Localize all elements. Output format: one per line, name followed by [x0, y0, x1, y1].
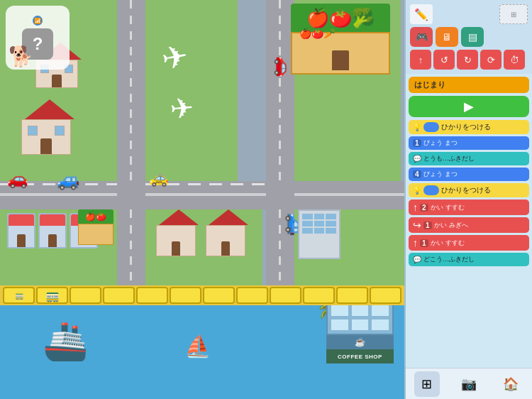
road-line-center-h	[0, 193, 404, 196]
corner-panel: 📶 ? 🐕	[6, 6, 70, 70]
speech-icon-1: 💬	[413, 155, 421, 163]
grid-tool[interactable]: ⊞	[499, 4, 528, 24]
speech-icon-2: 💬	[413, 256, 421, 263]
code-blocks-area: はじまり ▶ 💡 ひかりをつける 1 びょう まつ 💬 とうも…ふきだし	[406, 74, 532, 368]
fruit-stand-left: 🍎🍅	[78, 209, 113, 245]
play-button[interactable]: ▶	[409, 96, 529, 117]
block-wait-1[interactable]: 1 びょう まつ	[409, 136, 529, 150]
light-icon-2: 💡	[413, 187, 421, 195]
block-move-1[interactable]: ↑ 2 かい すすむ	[409, 200, 529, 215]
block-turn-right[interactable]: ↪ 1 かい みぎへ	[409, 217, 529, 233]
light-icon-1: 💡	[413, 124, 421, 131]
block-light-1[interactable]: 💡 ひかりをつける	[409, 120, 529, 134]
wifi-indicator: 📶	[33, 16, 43, 26]
sidebar-top: ✏️ ⊞ 🎮 🖥 ▤ ↑ ↺ ↻ ⟳ ⏱	[406, 0, 532, 74]
turn-right-icon: ↪	[413, 219, 421, 231]
camera-nav-button[interactable]: 📷	[456, 371, 482, 397]
road-dash-v1	[130, 0, 132, 181]
block-light-2[interactable]: 💡 ひかりをつける	[409, 183, 529, 197]
car-2: 🚙	[57, 169, 79, 191]
ship: 🚢	[43, 319, 89, 363]
grid-nav-button[interactable]: ⊞	[414, 371, 440, 397]
timer-button[interactable]: ⏱	[504, 50, 525, 70]
car-1: 🚗	[7, 169, 28, 189]
rotate-left-button[interactable]: ↺	[433, 50, 455, 70]
layers-button[interactable]: ▤	[461, 27, 484, 47]
house-2	[21, 99, 74, 155]
sidebar: ✏️ ⊞ 🎮 🖥 ▤ ↑ ↺ ↻ ⟳ ⏱ はじまり	[404, 0, 532, 399]
block-start: はじまり	[409, 77, 529, 93]
train-track: 🚃 🚃	[0, 285, 404, 305]
dog-character: 🐕	[9, 45, 33, 68]
toolbar-row-1: ✏️ ⊞	[410, 4, 528, 24]
home-nav-button[interactable]: 🏠	[498, 371, 523, 397]
icon-row: ↑ ↺ ↻ ⟳ ⏱	[410, 50, 528, 70]
block-move-2[interactable]: ↑ 1 かい すすむ	[409, 235, 529, 251]
car-3: 🚕	[149, 169, 168, 187]
arrow-up-button[interactable]: ↑	[410, 50, 431, 70]
refresh-button[interactable]: ⟳	[480, 50, 501, 70]
coffee-shop-label: COFFEE SHOP	[326, 349, 394, 364]
car-4: 🚗	[274, 56, 294, 77]
grass-top-mid	[145, 0, 238, 181]
block-wait-2[interactable]: 4 びょう まつ	[409, 168, 529, 181]
building-br	[298, 209, 340, 259]
house-4	[206, 209, 248, 256]
coffee-shop-building: ☕ COFFEE SHOP	[326, 300, 394, 364]
plane-2: ✈	[169, 92, 196, 126]
sailboat: ⛵	[184, 334, 211, 359]
block-speech-1[interactable]: 💬 とうも…ふきだし	[409, 152, 529, 165]
house-3	[156, 209, 199, 256]
arrow-up-icon-2: ↑	[413, 237, 418, 248]
arrow-up-icon-1: ↑	[413, 202, 418, 213]
fruit-shop: 🍎🍅🥦 🍎🍅🥕	[291, 4, 390, 75]
game-area: 🍎🍅🥦 🍎🍅🥕 ✈ ✈ 🚗 🚙 🚕 🚗 🚙	[0, 0, 404, 399]
gamepad-button[interactable]: 🎮	[410, 27, 433, 47]
toolbar-row-2: 🎮 🖥 ▤	[410, 27, 528, 47]
road-dash-v2	[279, 0, 281, 181]
monitor-button[interactable]: 🖥	[436, 27, 458, 47]
pencil-tool[interactable]: ✏️	[410, 4, 433, 24]
rotate-right-button[interactable]: ↻	[457, 50, 478, 70]
sidebar-bottom: ⊞ 📷 🏠	[406, 368, 532, 399]
app-container: 🍎🍅🥦 🍎🍅🥕 ✈ ✈ 🚗 🚙 🚕 🚗 🚙	[0, 0, 532, 399]
block-speech-2[interactable]: 💬 どこう…ふきだし	[409, 253, 529, 266]
